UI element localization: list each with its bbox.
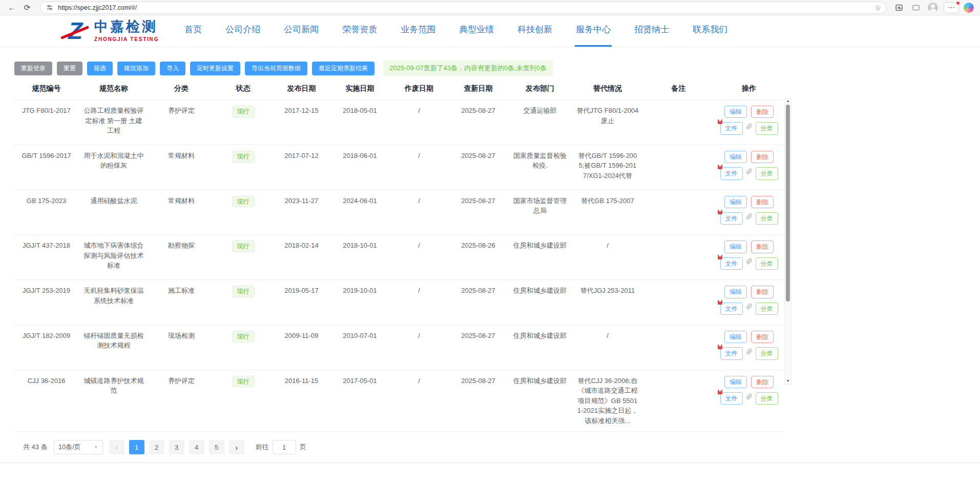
- schedule-update-button[interactable]: 定时更新设置: [190, 62, 240, 75]
- edit-button[interactable]: 编辑: [724, 376, 747, 388]
- bookmark-star-icon[interactable]: ☆: [874, 4, 881, 12]
- next-page-button[interactable]: ›: [229, 440, 244, 454]
- file-button[interactable]: 文件: [720, 167, 743, 179]
- add-spec-button[interactable]: 规范添加: [117, 62, 155, 75]
- cell-status: 现行: [214, 280, 273, 325]
- table-scrollbar[interactable]: ▲ ▼: [784, 97, 791, 385]
- edit-button[interactable]: 编辑: [724, 286, 747, 298]
- nav-item-company-news[interactable]: 公司新闻: [283, 24, 320, 47]
- nav-item-contact[interactable]: 联系我们: [692, 24, 728, 47]
- classify-button[interactable]: 分类: [756, 122, 778, 134]
- delete-button[interactable]: 删除: [751, 376, 774, 388]
- logo-title: 中嘉检测: [94, 19, 159, 35]
- scroll-down-icon[interactable]: ▼: [785, 378, 791, 384]
- logo-mark-icon: Z: [61, 18, 89, 43]
- scrollbar-thumb[interactable]: [786, 105, 790, 302]
- cell-check-date: 2025-08-27: [449, 190, 508, 235]
- file-button[interactable]: 文件: [720, 122, 743, 134]
- delete-button[interactable]: 删除: [751, 240, 774, 253]
- file-button[interactable]: 文件: [720, 303, 743, 315]
- classify-button[interactable]: 分类: [756, 392, 778, 405]
- nav-item-company-intro[interactable]: 公司介绍: [224, 24, 261, 47]
- nav-item-honors[interactable]: 荣誉资质: [341, 24, 378, 47]
- classify-button[interactable]: 分类: [756, 257, 778, 270]
- cell-check-date: 2025-08-26: [449, 235, 508, 280]
- cell-code: JTG F80/1-2017: [14, 100, 78, 145]
- copilot-icon[interactable]: [964, 3, 974, 13]
- table-row: JGJ/T 182-2009 锚杆锚固质量无损检测技术规程 现场检测 现行 20…: [14, 325, 784, 370]
- cell-remark: [643, 100, 714, 145]
- delete-button[interactable]: 删除: [751, 331, 774, 343]
- table-row: JGJ/T 437-2018 城市地下病害体综合探测与风险评估技术标准 勘察物探…: [14, 235, 784, 280]
- prev-page-button[interactable]: ‹: [109, 440, 124, 454]
- page-button-3[interactable]: 3: [169, 440, 184, 454]
- page-button-2[interactable]: 2: [149, 440, 164, 454]
- browser-essentials-icon[interactable]: [893, 2, 905, 13]
- spec-table-wrap: 规范编号 规范名称 分类 状态 发布日期 实施日期 作废日期 查新日期 发布部门…: [14, 81, 791, 432]
- edit-button[interactable]: 编辑: [724, 196, 747, 208]
- cell-implement-date: 2019-10-01: [330, 280, 389, 325]
- cell-name: 通用硅酸盐水泥: [78, 190, 149, 235]
- paperclip-icon: [746, 348, 753, 355]
- cell-status: 现行: [214, 370, 273, 432]
- edit-button[interactable]: 编辑: [724, 331, 747, 343]
- nav-item-achievements[interactable]: 典型业绩: [458, 24, 495, 47]
- refresh-button[interactable]: ⟳: [20, 2, 34, 14]
- edit-button[interactable]: 编辑: [724, 151, 747, 163]
- cell-publish-date: 2017-07-12: [273, 145, 330, 190]
- delete-button[interactable]: 删除: [751, 106, 774, 118]
- import-button[interactable]: 导入: [160, 62, 185, 75]
- nav-item-business-scope[interactable]: 业务范围: [400, 24, 436, 47]
- file-button[interactable]: 文件: [720, 347, 743, 359]
- edit-button[interactable]: 编辑: [724, 106, 747, 118]
- nav-item-home[interactable]: 首页: [183, 24, 203, 47]
- delete-button[interactable]: 删除: [751, 196, 774, 208]
- cell-publish-date: 2009-11-09: [273, 325, 330, 370]
- file-button[interactable]: 文件: [720, 212, 743, 225]
- edit-button[interactable]: 编辑: [724, 240, 747, 253]
- file-button[interactable]: 文件: [720, 392, 743, 405]
- site-settings-icon[interactable]: [46, 4, 54, 12]
- filter-button[interactable]: 筛选: [87, 62, 113, 75]
- export-page-button[interactable]: 导出当前页面数据: [245, 62, 307, 75]
- classify-button[interactable]: 分类: [756, 303, 778, 315]
- site-logo: Z 中嘉检测 ZHONGJIA TESTING: [61, 18, 159, 43]
- cell-abolish-date: /: [389, 235, 449, 280]
- page-button-4[interactable]: 4: [189, 440, 204, 454]
- web-capture-icon[interactable]: [910, 2, 922, 13]
- cell-implement-date: 2018-06-01: [330, 145, 389, 190]
- cell-category: 勘察物探: [149, 235, 214, 280]
- chevron-down-icon: ▼: [94, 445, 98, 450]
- cell-name: 锚杆锚固质量无损检测技术规程: [78, 325, 149, 370]
- paperclip-icon: [746, 213, 753, 220]
- page-size-select[interactable]: 10条/页 ▼: [54, 440, 103, 454]
- file-button[interactable]: 文件: [720, 257, 743, 270]
- classify-button[interactable]: 分类: [756, 167, 778, 179]
- cell-actions: 编辑 删除 文件 分类: [714, 235, 784, 280]
- cell-status: 现行: [214, 325, 273, 370]
- cell-implement-date: 2017-05-01: [330, 370, 389, 432]
- cell-category: 现场检测: [149, 325, 214, 370]
- goto-page-input[interactable]: [273, 440, 296, 454]
- classify-button[interactable]: 分类: [756, 347, 778, 359]
- cell-check-date: 2025-08-27: [449, 100, 508, 145]
- scroll-up-icon[interactable]: ▲: [785, 98, 791, 104]
- cell-name: 城市地下病害体综合探测与风险评估技术标准: [78, 235, 149, 280]
- nav-item-recruitment[interactable]: 招贤纳士: [633, 24, 670, 47]
- back-button[interactable]: ←: [5, 2, 18, 14]
- classify-button[interactable]: 分类: [756, 212, 778, 225]
- profile-avatar-icon[interactable]: [927, 2, 939, 13]
- page-button-5[interactable]: 5: [209, 440, 224, 454]
- cell-category: 养护评定: [149, 370, 214, 432]
- nav-item-innovation[interactable]: 科技创新: [516, 24, 553, 47]
- status-badge: 现行: [232, 240, 255, 252]
- reset-button[interactable]: 重置: [57, 62, 82, 75]
- relogin-button[interactable]: 重新登录: [14, 62, 52, 75]
- nav-item-service-center[interactable]: 服务中心: [575, 24, 612, 47]
- delete-button[interactable]: 删除: [751, 151, 774, 163]
- recent-results-button[interactable]: 最近定期查新结果: [312, 62, 374, 75]
- settings-menu-button[interactable]: ⋯: [944, 2, 959, 13]
- delete-button[interactable]: 删除: [751, 286, 774, 298]
- address-bar[interactable]: https://spec.zjjc2017.com/#/ ☆: [40, 2, 887, 14]
- page-button-1[interactable]: 1: [129, 440, 144, 454]
